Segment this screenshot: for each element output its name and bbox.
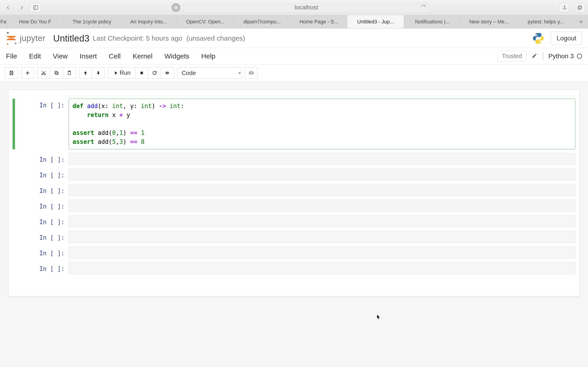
address-text: localhost xyxy=(295,4,318,11)
cell-prompt: In [ ]: xyxy=(13,231,69,243)
python-icon xyxy=(532,32,545,45)
browser-tab[interactable]: An Inquiry Into... xyxy=(120,15,177,28)
notebook-cell[interactable]: In [ ]: xyxy=(13,231,575,243)
interrupt-button[interactable] xyxy=(136,67,148,79)
menu-widgets[interactable]: Widgets xyxy=(164,52,189,60)
move-up-button[interactable] xyxy=(79,67,92,79)
browser-tab[interactable]: Notifications |... xyxy=(404,15,461,28)
address-bar[interactable]: localhost xyxy=(183,3,429,12)
cell-prompt: In [ ]: xyxy=(13,184,69,196)
cell-prompt: In [ ]: xyxy=(13,262,69,274)
notebook-cell[interactable]: In [ ]: xyxy=(13,169,575,181)
share-button[interactable] xyxy=(560,3,570,12)
save-button[interactable] xyxy=(5,67,18,79)
svg-rect-0 xyxy=(34,6,38,9)
restart-button[interactable] xyxy=(148,67,161,79)
copy-button[interactable] xyxy=(50,67,63,79)
menu-kernel[interactable]: Kernel xyxy=(132,52,153,60)
browser-tab[interactable]: pytest: helps y... xyxy=(518,15,574,28)
cell-input[interactable] xyxy=(69,247,575,259)
menu-cell[interactable]: Cell xyxy=(109,52,121,60)
svg-rect-18 xyxy=(141,72,143,74)
insert-cell-button[interactable] xyxy=(21,67,34,79)
cell-type-select[interactable]: Code xyxy=(177,67,242,79)
cell-prompt: In [ ]: xyxy=(13,99,69,149)
reader-button[interactable] xyxy=(172,3,180,12)
svg-rect-14 xyxy=(56,72,58,75)
browser-tab[interactable]: OpenCV: Open... xyxy=(177,15,234,28)
menu-file[interactable]: File xyxy=(6,52,17,60)
run-button[interactable]: Run xyxy=(108,67,136,79)
new-tab-button[interactable]: + xyxy=(574,15,588,28)
cell-input[interactable] xyxy=(69,153,575,165)
tabs-button[interactable] xyxy=(575,3,585,12)
jupyter-header: jupyter Untitled3 Last Checkpoint: 5 hou… xyxy=(0,28,588,48)
reload-icon[interactable] xyxy=(421,4,426,11)
svg-rect-6 xyxy=(579,6,582,8)
cell-prompt: In [ ]: xyxy=(13,215,69,227)
cell-prompt: In [ ]: xyxy=(13,153,69,165)
notebook-cell[interactable]: In [ ]:def add(x: int, y: int) -> int: r… xyxy=(13,99,575,149)
browser-tab[interactable]: The 1cycle policy xyxy=(64,15,120,28)
notebook-cell[interactable]: In [ ]: xyxy=(13,215,575,227)
notebook-cell[interactable]: In [ ]: xyxy=(13,153,575,165)
forward-button[interactable] xyxy=(17,2,27,13)
cell-prompt: In [ ]: xyxy=(13,200,69,212)
cell-input[interactable] xyxy=(69,215,575,227)
unsaved-text: (unsaved changes) xyxy=(187,34,245,42)
browser-tabs: FaHow Do You FThe 1cycle policyAn Inquir… xyxy=(0,15,588,28)
cut-button[interactable] xyxy=(37,67,50,79)
edit-icon[interactable] xyxy=(532,53,537,59)
kernel-status-icon xyxy=(577,54,582,59)
menu-view[interactable]: View xyxy=(53,52,68,60)
browser-toolbar: localhost xyxy=(0,0,588,15)
notebook-container: In [ ]:def add(x: int, y: int) -> int: r… xyxy=(8,90,580,296)
paste-button[interactable] xyxy=(63,67,76,79)
notebook-title[interactable]: Untitled3 xyxy=(53,33,90,44)
jupyter-logo-icon xyxy=(6,32,17,45)
kernel-indicator[interactable]: Python 3 xyxy=(543,52,582,60)
notebook-cell[interactable]: In [ ]: xyxy=(13,262,575,274)
cell-input[interactable] xyxy=(69,262,575,274)
menu-insert[interactable]: Insert xyxy=(80,52,97,60)
checkpoint-text: Last Checkpoint: 5 hours ago xyxy=(93,34,182,42)
notebook-cell[interactable]: In [ ]: xyxy=(13,184,575,196)
logout-button[interactable]: Logout xyxy=(551,32,582,45)
cell-input[interactable] xyxy=(69,200,575,212)
notebook-cell[interactable]: In [ ]: xyxy=(13,200,575,212)
trusted-indicator[interactable]: Trusted xyxy=(498,50,526,62)
jupyter-toolbar: Run Code xyxy=(0,65,588,81)
menu-edit[interactable]: Edit xyxy=(29,52,41,60)
cell-prompt: In [ ]: xyxy=(13,169,69,181)
browser-tab[interactable]: Untitled3 - Jup... xyxy=(347,15,404,28)
jupyter-menubar: FileEditViewInsertCellKernelWidgetsHelp … xyxy=(0,48,588,65)
back-button[interactable] xyxy=(3,2,13,13)
browser-tab[interactable]: Fa xyxy=(0,15,7,28)
run-button-label: Run xyxy=(120,69,131,76)
notebook-scroll[interactable]: In [ ]:def add(x: int, y: int) -> int: r… xyxy=(0,81,588,367)
sidebar-toggle-button[interactable] xyxy=(30,3,41,12)
cell-input[interactable] xyxy=(69,184,575,196)
svg-rect-7 xyxy=(578,6,581,9)
browser-tab[interactable]: How Do You F xyxy=(7,15,64,28)
restart-run-all-button[interactable] xyxy=(161,67,174,79)
svg-rect-15 xyxy=(55,71,57,74)
menu-help[interactable]: Help xyxy=(201,52,216,60)
kernel-name-text: Python 3 xyxy=(548,52,574,60)
command-palette-button[interactable] xyxy=(245,67,258,79)
cell-prompt: In [ ]: xyxy=(13,247,69,259)
move-down-button[interactable] xyxy=(92,67,105,79)
jupyter-logo-text: jupyter xyxy=(20,33,45,43)
browser-tab[interactable]: dipam7/compu... xyxy=(234,15,291,28)
browser-tab[interactable]: New story – Me... xyxy=(461,15,518,28)
jupyter-logo[interactable]: jupyter xyxy=(6,32,45,45)
cell-input[interactable] xyxy=(69,231,575,243)
cell-input[interactable] xyxy=(69,169,575,181)
cell-input[interactable]: def add(x: int, y: int) -> int: return x… xyxy=(69,99,575,149)
notebook-cell[interactable]: In [ ]: xyxy=(13,247,575,259)
browser-tab[interactable]: Home Page - S... xyxy=(291,15,347,28)
